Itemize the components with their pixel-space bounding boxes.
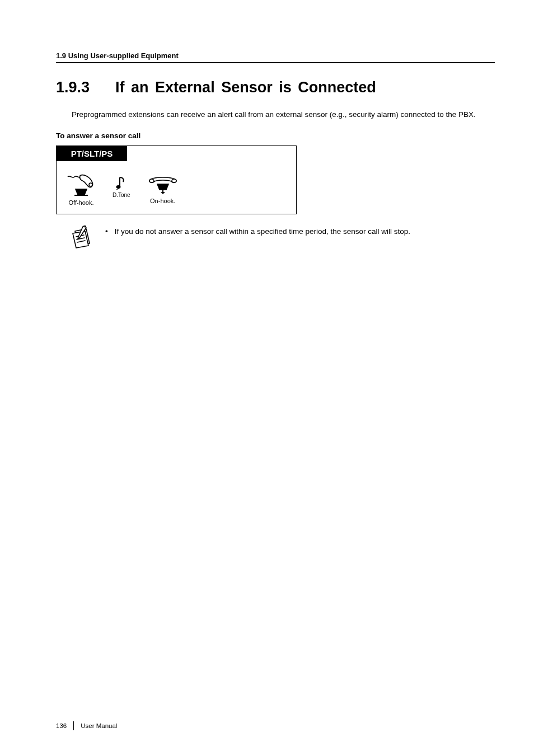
notepad-icon [72,226,94,250]
handset-offhook-icon [67,173,96,196]
page-footer: 136 User Manual [56,721,117,730]
section-number: 1.9.3 [56,79,90,96]
step-dialtone: D.Tone [113,176,130,198]
doc-label: User Manual [81,722,117,729]
music-note-icon [115,176,128,191]
svg-point-4 [172,179,176,182]
step-onhook-label: On-hook. [150,198,175,204]
svg-point-0 [89,183,92,186]
step-offhook: Off-hook. [67,173,96,206]
header-rule [56,62,495,63]
svg-point-3 [149,179,154,182]
procedure-steps-row: Off-hook. D.Tone [57,161,296,214]
section-intro: Preprogrammed extensions can receive an … [72,110,495,120]
step-onhook: On-hook. [147,175,179,204]
note-row: •If you do not answer a sensor call with… [72,226,495,250]
procedure-card: PT/SLT/PS [56,145,297,214]
page-number: 136 [56,722,73,729]
step-dialtone-label: D.Tone [113,192,130,198]
procedure-subhead: To answer a sensor call [56,132,495,140]
note-bullet: • [105,227,108,236]
device-type-label: PT/SLT/PS [57,146,127,161]
handset-onhook-icon [147,175,179,194]
svg-rect-1 [74,195,88,196]
section-heading-text: If an External Sensor is Connected [115,79,376,96]
svg-point-5 [85,226,86,227]
footer-divider [73,721,74,730]
svg-point-2 [116,185,120,189]
note-text: •If you do not answer a sensor call with… [105,227,410,237]
step-offhook-label: Off-hook. [68,199,93,206]
running-head: 1.9 Using User-supplied Equipment [56,51,495,60]
section-title: 1.9.3 If an External Sensor is Connected [56,79,495,96]
note-body: If you do not answer a sensor call withi… [115,227,410,236]
